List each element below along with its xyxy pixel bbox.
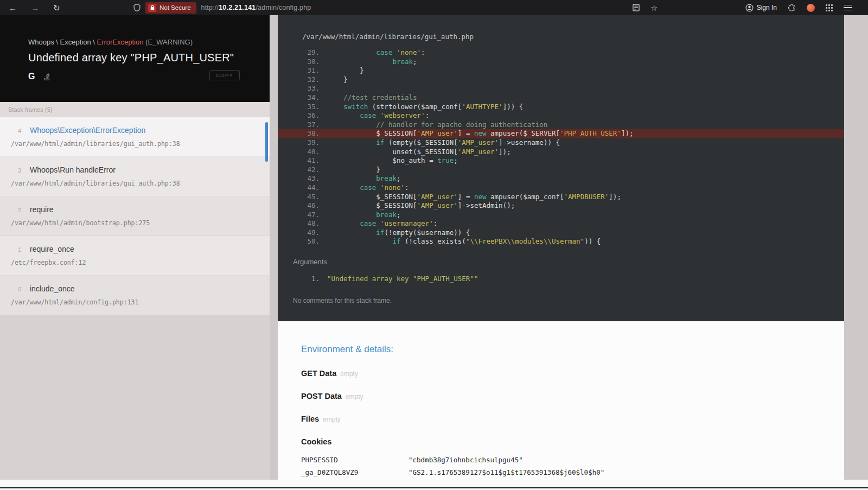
line-number: 44. xyxy=(302,183,327,193)
line-code: //test credentials xyxy=(327,93,417,103)
frame-title: require_once xyxy=(30,245,74,253)
line-code: } xyxy=(327,166,380,175)
apps-grid-icon[interactable] xyxy=(826,4,833,11)
stack-frame[interactable]: 0 include_once /var/www/html/admin/confi… xyxy=(0,276,270,315)
code-line: 43. break; xyxy=(278,174,844,183)
line-code: if(!empty($username)) { xyxy=(327,228,470,238)
env-row-get: GET Data empty xyxy=(301,369,844,378)
line-code: $_SESSION['AMP_user']->setAdmin(); xyxy=(327,201,515,211)
code-lines: 29. case 'none':30. break;31. }32. }33.3… xyxy=(278,48,844,246)
line-number: 41. xyxy=(302,156,327,166)
cookie-row: PHPSESSID "cbdmb38g7iohnbcichsulpgu45" xyxy=(301,454,844,466)
url-text[interactable]: http://10.2.21.141/admin/config.php xyxy=(201,4,311,11)
stack-frame[interactable]: 3 Whoops\Run handleError /var/www/html/a… xyxy=(0,157,270,196)
line-code: $no_auth = true; xyxy=(327,156,458,166)
shield-icon[interactable] xyxy=(133,4,141,11)
security-badge-label: Not Secure xyxy=(159,4,191,11)
back-icon[interactable]: ← xyxy=(9,4,17,12)
frame-number: 2 xyxy=(18,207,23,213)
stack-frame[interactable]: 2 require /var/www/html/admin/bootstrap.… xyxy=(0,196,270,236)
line-number: 46. xyxy=(302,201,327,211)
environment-heading: Environment & details: xyxy=(301,344,844,355)
reload-icon[interactable]: ↻ xyxy=(53,4,60,12)
line-code: unset($_SESSION['AMP_user']); xyxy=(327,148,511,157)
menu-icon[interactable] xyxy=(844,5,852,11)
extensions-puzzle-icon[interactable] xyxy=(788,4,796,12)
line-number: 38. xyxy=(302,129,327,138)
frame-path: /etc/freepbx.conf:12 xyxy=(11,259,259,266)
sign-in-button[interactable]: Sign In xyxy=(745,4,777,12)
line-number: 29. xyxy=(302,48,327,58)
env-row-post: POST Data empty xyxy=(301,392,844,400)
env-label: POST Data xyxy=(301,392,342,400)
code-panel: /var/www/html/admin/libraries/gui_auth.p… xyxy=(278,15,844,321)
line-number: 30. xyxy=(302,58,327,67)
stackoverflow-search-icon[interactable] xyxy=(43,73,50,81)
line-number: 42. xyxy=(302,166,327,175)
env-row-cookies: Cookies xyxy=(301,437,844,446)
code-line: 46. $_SESSION['AMP_user']->setAdmin(); xyxy=(278,201,844,211)
exception-breadcrumb: Whoops \ Exception \ ErrorException (E_W… xyxy=(28,38,259,46)
address-bar[interactable]: Not Secure http://10.2.21.141/admin/conf… xyxy=(133,0,311,15)
env-row-files: Files empty xyxy=(301,415,844,423)
frame-title: include_once xyxy=(30,284,75,293)
lock-icon xyxy=(148,4,156,12)
line-number: 45. xyxy=(302,193,327,202)
page-actions: ☆ xyxy=(633,0,658,15)
code-line: 37. // handler for apache doing authenti… xyxy=(278,120,844,130)
cookies-table: PHPSESSID "cbdmb38g7iohnbcichsulpgu45" _… xyxy=(301,454,844,479)
argument-index: 1. xyxy=(302,274,327,283)
env-empty-value: empty xyxy=(323,416,341,423)
line-code: case 'usermanager': xyxy=(327,219,437,228)
no-comments-note: No comments for this stack frame. xyxy=(293,297,844,304)
frame-path: /var/www/html/admin/libraries/gui_auth.p… xyxy=(11,140,259,148)
toolbar-right: Sign In xyxy=(745,0,852,15)
cookie-key: _ga_D0ZTQL8VZ9 xyxy=(301,466,409,479)
browser-chrome: ← → ↻ Not Secure http://10.2.21.141/admi… xyxy=(0,0,868,15)
cookie-value: "GS2.1.s1765389127$o11$g1$t1765391368$j6… xyxy=(409,466,604,479)
line-code: // handler for apache doing authenticati… xyxy=(327,120,547,130)
code-line: 33. xyxy=(278,84,844,93)
env-label: Files xyxy=(301,415,319,423)
stack-frame[interactable]: 1 require_once /etc/freepbx.conf:12 xyxy=(0,236,270,276)
stack-frames-list: 4 Whoops\Exception\ErrorException /var/w… xyxy=(0,117,270,315)
bookmark-star-icon[interactable]: ☆ xyxy=(650,4,658,12)
line-number: 33. xyxy=(302,84,327,93)
line-code: if (!class_exists("\\FreePBX\\modules\\U… xyxy=(327,237,601,246)
argument-value: "Undefined array key "PHP_AUTH_USER"" xyxy=(327,274,478,283)
code-line: 39. if (empty($_SESSION['AMP_user']->use… xyxy=(278,138,844,148)
code-line: 35. switch (strtolower($amp_conf['AUTHTY… xyxy=(278,103,844,112)
line-code: break; xyxy=(327,211,400,220)
window-bottom-edge xyxy=(0,487,868,488)
exception-title: Undefined array key "PHP_AUTH_USER" xyxy=(28,52,259,64)
env-empty-value: empty xyxy=(340,370,358,378)
google-search-icon[interactable]: G xyxy=(28,72,35,81)
forward-icon[interactable]: → xyxy=(31,4,39,12)
code-line: 47. break; xyxy=(278,211,844,220)
url-path: /admin/config.php xyxy=(256,4,311,11)
security-badge[interactable]: Not Secure xyxy=(145,2,196,14)
line-code: case 'none': xyxy=(327,48,425,58)
extension-badge-icon[interactable] xyxy=(807,4,815,12)
line-code: break; xyxy=(327,174,400,183)
cookie-value: "cbdmb38g7iohnbcichsulpgu45" xyxy=(409,454,523,466)
copy-button[interactable]: COPY xyxy=(209,70,240,80)
code-line: 29. case 'none': xyxy=(278,48,844,58)
line-number: 49. xyxy=(302,228,327,238)
breadcrumb-class: ErrorException xyxy=(97,38,143,46)
line-code: break; xyxy=(327,58,417,67)
line-number: 37. xyxy=(302,120,327,130)
line-number: 32. xyxy=(302,75,327,85)
exception-header: Whoops \ Exception \ ErrorException (E_W… xyxy=(0,15,270,102)
line-code: } xyxy=(327,75,348,85)
sign-in-label: Sign In xyxy=(757,4,777,11)
code-line: 41. $no_auth = true; xyxy=(278,156,844,166)
stack-frame[interactable]: 4 Whoops\Exception\ErrorException /var/w… xyxy=(0,117,270,157)
cookie-key: PHPSESSID xyxy=(301,454,409,466)
frame-title: require xyxy=(30,205,54,214)
code-line: 31. } xyxy=(278,66,844,75)
frames-scrollbar-thumb[interactable] xyxy=(265,122,268,162)
reader-mode-icon[interactable] xyxy=(633,4,640,11)
code-line: 30. break; xyxy=(278,58,844,67)
line-code: } xyxy=(327,66,364,75)
